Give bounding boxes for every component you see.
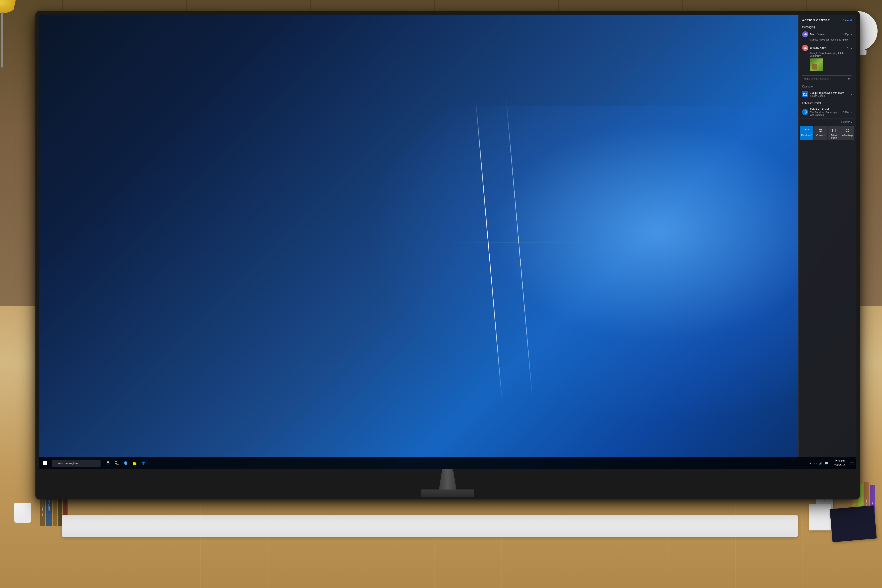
start-button[interactable] [39, 458, 51, 469]
fabrikam-notif-body: The Fabrikam Portal app was updated [810, 111, 841, 116]
svg-rect-11 [819, 129, 822, 131]
store-icon[interactable] [140, 459, 147, 467]
search-text: Ask me anything [58, 462, 79, 465]
all-settings-button[interactable]: All settings [841, 126, 854, 140]
file-explorer-icon[interactable] [130, 459, 139, 467]
svg-rect-0 [107, 461, 109, 464]
taskbar-right: ▲ ▭ 🔊 💬 2:30 PM 7/30/2015 ⬚ [807, 458, 856, 469]
brittany-avatar-img: BK [802, 45, 808, 51]
network-icon: ▭ [814, 462, 817, 465]
fabrikam-info: Fabrikam Portal The Fabrikam Portal app … [810, 108, 841, 116]
svg-point-16 [847, 130, 848, 131]
tablet-mode-label: Tablet mode [828, 134, 840, 139]
svg-rect-5 [804, 93, 807, 96]
fabrikam-notif-title: Fabrikam Portal [810, 108, 841, 111]
fabrikam-section-label: Fabrikam Portal [798, 100, 856, 106]
connect-icon [819, 128, 822, 133]
calendar-section-label: Calendar [798, 83, 856, 89]
clear-all-button[interactable]: Clear all [843, 19, 852, 22]
tablet-mode-button[interactable]: Tablet mode [828, 126, 841, 140]
search-bar[interactable]: ○ Ask me anything [52, 460, 100, 466]
desk-mug [14, 503, 31, 523]
chevron-up-icon[interactable]: ▲ [809, 462, 812, 465]
monitor-wrapper: ○ Ask me anything [35, 11, 860, 526]
lamp-arm [1, 12, 3, 68]
volume-icon[interactable]: 🔊 [819, 462, 822, 465]
marc-name: Marc Durand [810, 33, 841, 36]
fabrikam-notif-time: 2:04p [842, 111, 849, 113]
all-settings-label: All settings [842, 134, 853, 136]
action-center-title: ACTION CENTER [802, 19, 830, 22]
wallpaper-line-2 [506, 100, 533, 400]
windows-logo-icon [43, 461, 47, 465]
messaging-section-label: Messaging [798, 24, 856, 30]
desk-lamp [0, 0, 27, 69]
quick-actions: Fabrikam 1 Connect [798, 125, 856, 142]
expand-chevron-icon: ▴ [851, 121, 852, 123]
clock-date: 7/30/2015 [834, 463, 845, 467]
calendar-event-title: 3:30p Project sync with Marc [810, 92, 849, 94]
calendar-chevron-icon[interactable]: ▾ [851, 93, 852, 96]
wallpaper-line-1 [475, 100, 502, 400]
search-icon: ○ [54, 461, 56, 465]
notif-brittany-header: BK Brittany Kirby ✕ ▴ [802, 45, 852, 51]
wallpaper-lines [407, 83, 611, 401]
tablet-icon [832, 128, 836, 133]
clock-time: 2:30 PM [835, 459, 845, 463]
calendar-event-subtitle: Fourth Coffee [810, 94, 849, 97]
monitor-stand-base [421, 489, 474, 497]
monitor-stand-neck [439, 468, 457, 490]
monitor-screen: ○ Ask me anything [39, 15, 856, 469]
brittany-chevron-icon[interactable]: ▴ [851, 47, 852, 49]
marc-time: 1:55p [842, 33, 849, 36]
calendar-icon [802, 91, 808, 98]
brittany-dog-image [810, 58, 824, 70]
task-view-button[interactable] [113, 459, 121, 467]
taskbar-icons [104, 459, 147, 467]
brittany-avatar: BK [802, 45, 808, 51]
svg-rect-4 [142, 464, 144, 465]
monitor-bezel: ○ Ask me anything [35, 11, 860, 500]
svg-point-10 [805, 112, 806, 112]
wifi-icon [805, 128, 809, 133]
settings-icon [846, 128, 849, 133]
system-tray: ▲ ▭ 🔊 💬 [807, 462, 831, 465]
notification-icon: ⬚ [850, 461, 854, 465]
edge-browser-icon[interactable] [122, 459, 130, 467]
notif-marc-header: MD Marc Durand 1:55p ▾ [802, 31, 852, 38]
calendar-notification[interactable]: 3:30p Project sync with Marc Fourth Coff… [798, 89, 856, 100]
fabrikam-quick-label: Fabrikam 1 [801, 134, 813, 136]
action-center-header: ACTION CENTER Clear all [798, 15, 856, 24]
microphone-button[interactable] [104, 459, 112, 467]
marc-avatar: MD [802, 31, 808, 38]
fabrikam-app-icon [802, 109, 808, 115]
action-center-button[interactable]: ⬚ [848, 458, 856, 469]
brittany-close-button[interactable]: ✕ [846, 46, 849, 50]
action-center-content: Messaging MD Marc Durand 1:55p ▾ Can we … [798, 24, 856, 458]
marc-avatar-img: MD [802, 31, 808, 38]
action-center-panel: ACTION CENTER Clear all Messaging MD Mar… [798, 15, 856, 458]
reply-box[interactable]: ➤ [802, 75, 852, 82]
notification-brittany[interactable]: BK Brittany Kirby ✕ ▴ I taught Duke how … [798, 43, 856, 74]
brittany-name: Brittany Kirby [810, 46, 844, 50]
marc-chevron-icon[interactable]: ▾ [851, 33, 852, 36]
wallpaper-line-horiz [447, 242, 611, 242]
reply-input[interactable] [802, 76, 846, 81]
fabrikam-quick-button[interactable]: Fabrikam 1 [800, 126, 813, 140]
expand-label: Expand [841, 120, 850, 123]
reply-send-button[interactable]: ➤ [846, 75, 852, 82]
marc-message: Can we move our meeting to 4pm? [802, 38, 852, 41]
expand-row[interactable]: Expand ▴ [798, 118, 856, 125]
chat-icon: 💬 [825, 462, 828, 465]
system-clock[interactable]: 2:30 PM 7/30/2015 [831, 459, 848, 467]
fabrikam-notification[interactable]: Fabrikam Portal The Fabrikam Portal app … [798, 106, 856, 118]
taskbar: ○ Ask me anything [39, 458, 856, 469]
lamp-shade [0, 0, 18, 13]
fabrikam-chevron-icon[interactable]: ▾ [851, 111, 852, 113]
brittany-message: I taught Duke how to play fetch yesterda… [802, 52, 852, 57]
notification-marc[interactable]: MD Marc Durand 1:55p ▾ Can we move our m… [798, 30, 856, 43]
connect-quick-button[interactable]: Connect [814, 126, 827, 140]
calendar-info: 3:30p Project sync with Marc Fourth Coff… [810, 92, 849, 97]
connect-quick-label: Connect [816, 134, 824, 136]
